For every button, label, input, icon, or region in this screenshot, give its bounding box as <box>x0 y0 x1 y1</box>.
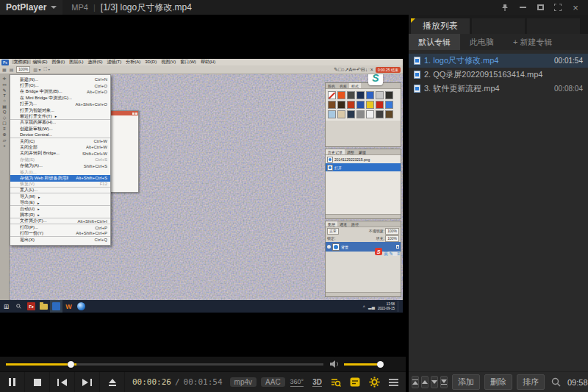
media-file-icon <box>414 57 420 65</box>
windows-start-icon: ⊞ <box>4 303 10 310</box>
gear-icon <box>369 377 380 388</box>
active-app-cell <box>50 300 62 313</box>
move-up-button[interactable] <box>421 376 429 388</box>
video-surface[interactable]: Ps 文件(F)编辑(E)图像(I)图层(L)选择(S)滤镜(T)分析(A)3D… <box>0 15 406 357</box>
subtitle-button[interactable] <box>350 377 360 387</box>
ps-fill-value: 100% <box>385 235 399 242</box>
previous-button[interactable] <box>50 372 75 392</box>
sogou-logo-icon: S <box>375 248 382 255</box>
ps-menu-item: 选择(S) <box>86 60 105 64</box>
system-tray: ˄ ▂▄ 13:58 2022-09-15 <box>363 301 403 312</box>
ps-styles-panel: 颜色色板样式 <box>325 82 401 147</box>
tray-chevron-icon: ˄ <box>363 304 366 309</box>
minimize-button[interactable] <box>516 1 529 13</box>
ps-style-swatch <box>366 91 374 99</box>
delete-button[interactable]: 删除 <box>484 374 512 390</box>
add-button[interactable]: 添加 <box>452 374 480 390</box>
recording-timer-badge: 0:00.25 结束 <box>376 67 401 73</box>
search-icon <box>551 377 561 387</box>
ps-option-icon: ▦ <box>2 67 7 72</box>
seek-thumb[interactable] <box>68 361 74 368</box>
menu-button[interactable] <box>389 379 398 386</box>
media-file-icon <box>414 85 420 93</box>
ps-history-entry: 打开 <box>326 163 401 171</box>
ps-style-swatch <box>328 101 336 109</box>
ps-menu-item: 文件(F) <box>12 60 31 64</box>
album-tab[interactable]: + 新建专辑 <box>503 34 562 50</box>
pin-button[interactable] <box>498 1 512 13</box>
ps-style-swatch <box>347 91 355 99</box>
playlist-tab-strip: 播放列表 <box>409 15 588 34</box>
rotate-360-button[interactable]: 360° <box>290 378 304 387</box>
video-frame-photoshop: Ps 文件(F)编辑(E)图像(I)图层(L)选择(S)滤镜(T)分析(A)3D… <box>0 59 403 313</box>
ps-style-swatch <box>356 101 365 109</box>
ps-style-swatch <box>376 91 384 99</box>
ps-panel-footer <box>326 214 401 218</box>
ps-style-swatches <box>326 89 401 121</box>
fullscreen-button[interactable] <box>551 1 564 13</box>
seek-bar[interactable] <box>6 363 323 366</box>
ps-style-swatch <box>385 110 393 118</box>
ps-layer-thumbnail <box>332 243 340 251</box>
settings-button[interactable] <box>369 377 380 388</box>
ps-style-swatch <box>337 91 345 99</box>
filezilla-icon: Fz <box>27 302 35 310</box>
time-display: 00:00:26 / 00:01:54 <box>132 377 223 387</box>
ps-panel-tab: 图层 <box>326 221 337 227</box>
tray-network-icon: ▂▄ <box>368 304 375 309</box>
move-top-button[interactable] <box>412 376 419 388</box>
ps-style-swatch <box>347 110 355 118</box>
ps-menu-item: 图像(I) <box>50 60 68 64</box>
sogou-input-toolbar: S 英’✎▦≡ <box>375 245 400 258</box>
playlist-search-button[interactable] <box>551 377 561 387</box>
playlist-item[interactable]: 1. logo尺寸修改.mp4 00:01:54 <box>409 54 588 68</box>
hidden-panel-tab[interactable] <box>527 18 580 34</box>
playlist-item[interactable]: 2. QQ录屏20220915163414.mp4 <box>409 68 588 82</box>
close-icon: × <box>573 3 578 13</box>
ps-style-swatch <box>385 91 393 99</box>
ps-panel-tab: 样式 <box>349 83 361 88</box>
ps-lock-label: 锁定: <box>327 236 335 240</box>
recorder-annotation-toolbar: ✎□○↗A✏↶⊟↓↑× 0:00.25 结束 <box>334 66 401 74</box>
ps-fill-label: 填充: <box>376 236 384 240</box>
sort-button[interactable]: 排序 <box>517 374 545 390</box>
playlist-search-button[interactable] <box>331 377 341 388</box>
playlist-tab[interactable]: 播放列表 <box>411 18 470 34</box>
open-file-button[interactable] <box>100 372 125 392</box>
ps-menu-item: 滤镜(T) <box>105 60 124 64</box>
browser-icon <box>77 302 85 310</box>
pin-icon <box>501 4 509 12</box>
volume-icon[interactable] <box>330 360 339 368</box>
ps-file-menu: 新建(N)... Ctrl+N 打开(O)... Ctrl+O <box>10 74 111 246</box>
move-top-icon <box>412 381 418 385</box>
move-down-button[interactable] <box>431 376 438 388</box>
ps-option-icon: ▥ ▾ <box>33 67 40 72</box>
album-tab-strip: 默认专辑此电脑+ 新建专辑 <box>409 34 588 50</box>
move-up-icon <box>422 380 428 384</box>
item-duration: 00:01:54 <box>554 57 583 65</box>
close-button[interactable]: × <box>569 1 582 13</box>
album-tab[interactable]: 默认专辑 <box>409 34 460 50</box>
stop-button[interactable] <box>25 372 50 392</box>
player-area: Ps 文件(F)编辑(E)图像(I)图层(L)选择(S)滤镜(T)分析(A)3D… <box>0 15 406 392</box>
maximize-button[interactable] <box>534 1 547 13</box>
ps-style-swatch <box>366 101 374 109</box>
album-tab[interactable]: 此电脑 <box>460 34 503 50</box>
playlist-item[interactable]: 3. 软件更新流程.mp4 00:08:04 <box>409 82 588 96</box>
volume-bar[interactable] <box>344 363 381 366</box>
app-menu-button[interactable]: PotPlayer <box>0 0 62 15</box>
chevron-down-icon <box>51 6 57 9</box>
stereo-3d-button[interactable]: 3D <box>312 378 322 387</box>
ps-menu-item: 分析(A) <box>123 60 143 64</box>
next-button[interactable] <box>75 372 100 392</box>
ps-file-menu-item: 创建新审核(W)... <box>10 126 110 132</box>
hidden-panel-tab[interactable] <box>472 18 525 34</box>
playlist-panel: 播放列表 默认专辑此电脑+ 新建专辑 1. logo尺寸修改.mp4 00:01… <box>406 15 588 392</box>
ps-style-swatch <box>356 91 365 99</box>
move-bottom-button[interactable] <box>440 376 448 388</box>
maximize-icon <box>537 4 544 10</box>
media-file-icon <box>414 71 420 79</box>
volume-thumb[interactable] <box>377 361 384 368</box>
pause-button[interactable] <box>0 372 25 392</box>
current-time: 00:00:26 <box>132 377 171 387</box>
